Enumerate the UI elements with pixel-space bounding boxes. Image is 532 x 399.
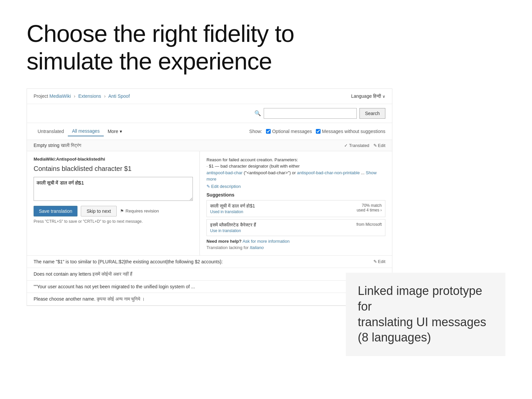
breadcrumb-extensions[interactable]: Extensions (78, 93, 101, 99)
flag-icon: ⚑ (120, 208, 124, 213)
suggestion-text-1: काली सूची में डाल वर्ण हो$1 (210, 203, 255, 209)
suggestion-header-2: इसमें ब्लैकलिस्टेड कैरेक्टर हैं Use in t… (210, 222, 382, 233)
show-label-text: Show: (249, 129, 262, 134)
suggestion-header-1: काली सूची में डाल वर्ण हो$1 Used in tran… (210, 203, 382, 214)
empty-string-label: Empty string खाली स्ट्रिंग (34, 143, 81, 148)
search-row: 🔍 Search (27, 104, 392, 123)
list-row-2: '"'Your user account has not yet been mi… (27, 281, 392, 293)
pencil-icon: ✎ (373, 143, 377, 148)
optional-messages-checkbox[interactable]: Optional messages (266, 129, 312, 134)
more-chevron-icon: ▾ (120, 129, 122, 134)
translation-panel: MediaWiki:Antispoof-blacklisted/hi Conta… (27, 151, 392, 256)
breadcrumb: Project MediaWiki › Extensions › Anti Sp… (34, 93, 130, 99)
language-label: Language (351, 93, 372, 99)
pencil-icon2: ✎ (206, 184, 210, 189)
search-button[interactable]: Search (359, 108, 385, 119)
translation-actions: Save translation Skip to next ⚑ Requires… (34, 206, 193, 216)
message-key: MediaWiki:Antispoof-blacklisted/hi (34, 157, 193, 162)
suggestion-meta-2: Use in translation (210, 228, 256, 233)
save-translation-button[interactable]: Save translation (34, 206, 77, 216)
suggestion-item-1[interactable]: काली सूची में डाल वर्ण हो$1 Used in tran… (206, 200, 385, 217)
filter-row: Untranslated All messages More ▾ Show: O… (27, 123, 392, 140)
breadcrumb-mediawiki[interactable]: MediaWiki (49, 93, 71, 99)
antispoof-bad-char-link[interactable]: antispoof-bad-char (206, 170, 242, 175)
tab-all-messages[interactable]: All messages (68, 126, 103, 136)
list-row-1-text: Does not contain any letters इसमें कोईभी… (34, 271, 385, 277)
list-row-3-hindi: कृपया कोई अन्य नाम चुनिये । (97, 296, 145, 302)
list-row-0-text: The name "$1" is too similar to {PLURAL:… (34, 259, 373, 264)
suggestion-source-2: from Microsoft (356, 222, 382, 227)
keyboard-hint: Press "CTRL+S" to save or "CRTL+D" to go… (34, 219, 193, 224)
show-options: Show: Optional messages Messages without… (249, 129, 385, 134)
need-help: Need more help? Ask for more information (206, 239, 385, 244)
translated-edit-area: ✓ Translated ✎ Edit (344, 143, 385, 148)
list-row-0: The name "$1" is too similar to {PLURAL:… (27, 256, 392, 268)
list-row-3-text: Please choose another name. कृपया कोई अन… (34, 296, 385, 302)
checkmark-icon: ✓ (344, 143, 348, 148)
breadcrumb-sep1: › (74, 93, 75, 99)
search-input[interactable] (264, 108, 357, 119)
ui-mock-container: Project MediaWiki › Extensions › Anti Sp… (27, 88, 392, 306)
pencil-icon3: ✎ (373, 259, 377, 264)
callout-box: Linked image prototype for translating U… (346, 273, 505, 356)
breadcrumb-sep2: › (104, 93, 106, 99)
suggestions-label: Suggestions (206, 192, 385, 198)
suggestion-item-2[interactable]: इसमें ब्लैकलिस्टेड कैरेक्टर हैं Use in t… (206, 219, 385, 236)
suggestion-text-2: इसमें ब्लैकलिस्टेड कैरेक्टर हैं (210, 222, 256, 228)
list-row-2-text: '"'Your user account has not yet been mi… (34, 284, 385, 289)
search-icon: 🔍 (254, 110, 261, 116)
language-selector[interactable]: Language हिन्दी ∨ (351, 93, 385, 99)
reason-intro: Reason for failed account creation. Para… (206, 157, 385, 183)
suggestion-meta-1: Used in translation (210, 209, 255, 214)
antispoof-non-printable-link[interactable]: antispoof-bad-char-non-printable (297, 170, 360, 175)
empty-string-row: Empty string खाली स्ट्रिंग ✓ Translated … (27, 140, 392, 151)
empty-string-hindi: खाली स्ट्रिंग (61, 143, 81, 148)
ask-link[interactable]: Ask for more information (242, 239, 290, 244)
more-dropdown-button[interactable]: More ▾ (104, 127, 126, 136)
suggestion-match-1: 70% match used 4 times › (357, 203, 382, 212)
callout-text: Linked image prototype for translating U… (358, 283, 493, 345)
list-row-1-hindi: इसमें कोईभी अक्षर नहीं हैं (92, 271, 132, 277)
translation-lacking: Translation lacking for Italiano (206, 245, 385, 250)
page-title: Choose the right fidelity to simulate th… (27, 20, 505, 75)
translation-right-panel: Reason for failed account creation. Para… (200, 151, 392, 255)
language-chevron-icon: ∨ (382, 94, 385, 99)
requires-revision-toggle[interactable]: ⚑ Requires revision (120, 208, 159, 213)
translation-left-panel: MediaWiki:Antispoof-blacklisted/hi Conta… (27, 151, 200, 255)
without-suggestions-checkbox[interactable]: Messages without suggestions (316, 129, 385, 134)
lacking-lang-link[interactable]: Italiano (250, 245, 264, 250)
translated-badge: ✓ Translated (344, 143, 369, 148)
source-text: Contains blacklisted character $1 (34, 164, 193, 173)
translated-label: Translated (349, 143, 369, 148)
list-row-1: Does not contain any letters इसमें कोईभी… (27, 268, 392, 281)
language-value: हिन्दी (373, 93, 381, 99)
list-row-3: Please choose another name. कृपया कोई अन… (27, 293, 392, 306)
edit-description-link[interactable]: ✎ Edit description (206, 184, 385, 189)
skip-to-next-button[interactable]: Skip to next (81, 206, 116, 216)
list-row-0-edit[interactable]: ✎ Edit (373, 259, 385, 264)
breadcrumb-row: Project MediaWiki › Extensions › Anti Sp… (27, 89, 392, 104)
breadcrumb-prefix: Project (34, 93, 48, 99)
breadcrumb-antispoof[interactable]: Anti Spoof (108, 93, 130, 99)
empty-string-edit-link[interactable]: ✎ Edit (373, 143, 385, 148)
tab-untranslated[interactable]: Untranslated (34, 127, 68, 136)
translation-textarea[interactable]: काली सूची में डाल वर्ण हो$1 (34, 177, 193, 201)
